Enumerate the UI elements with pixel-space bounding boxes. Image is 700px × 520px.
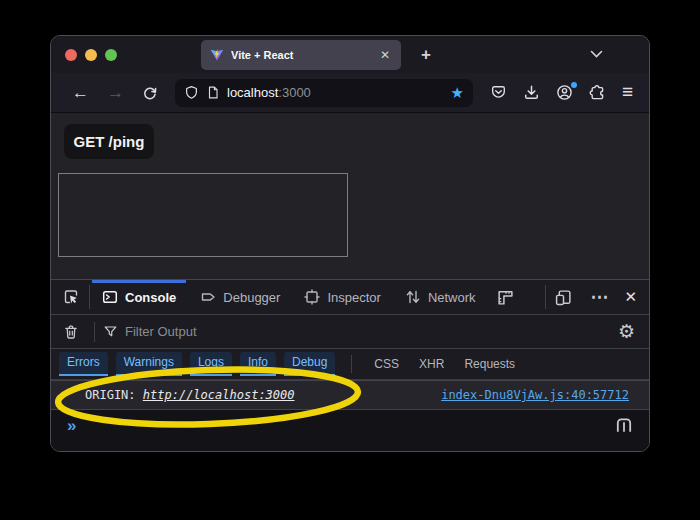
zoom-window-button[interactable] — [105, 49, 117, 61]
filter-warnings[interactable]: Warnings — [116, 352, 182, 375]
devtools-tab-label: Debugger — [223, 290, 280, 305]
account-notification-dot — [571, 82, 577, 88]
filter-css[interactable]: CSS — [368, 353, 405, 375]
devtools-tab-debugger[interactable]: Debugger — [188, 280, 292, 314]
devtools-tab-label: Console — [125, 290, 176, 305]
traffic-lights — [51, 49, 129, 61]
vite-favicon-icon — [210, 48, 224, 62]
pocket-button[interactable] — [486, 81, 511, 104]
browser-tab[interactable]: Vite + React ✕ — [201, 40, 401, 70]
inspector-tab-icon — [304, 289, 320, 305]
devtools-toolbar: Console Debugger Inspector — [51, 280, 649, 315]
filter-output-input[interactable] — [125, 324, 614, 339]
puzzle-icon — [589, 84, 606, 101]
devtools-tab-console[interactable]: Console — [90, 280, 188, 314]
clear-console-button[interactable] — [61, 324, 88, 340]
filter-divider — [94, 322, 95, 342]
console-message-text: ORIGIN: — [85, 388, 143, 402]
console-filter-bar: ⚙ — [51, 315, 649, 349]
responsive-mode-icon — [555, 289, 572, 306]
navigation-bar: ← → localhost:3000 ★ — [51, 73, 649, 113]
element-picker-button[interactable] — [51, 280, 89, 314]
devtools-tab-label: Inspector — [327, 290, 380, 305]
responsive-mode-button[interactable] — [546, 280, 581, 314]
console-prompt-icon: » — [67, 417, 76, 434]
output-box — [58, 173, 348, 257]
multiline-editor-button[interactable] — [615, 416, 633, 434]
reload-icon — [142, 85, 158, 101]
filter-info[interactable]: Info — [240, 352, 276, 375]
devtools-more-button[interactable]: ⋯ — [581, 280, 617, 314]
filter-errors[interactable]: Errors — [59, 352, 108, 375]
minimize-window-button[interactable] — [85, 49, 97, 61]
console-settings-button[interactable]: ⚙ — [614, 322, 639, 341]
new-tab-button[interactable]: + — [415, 43, 437, 67]
back-button[interactable]: ← — [63, 84, 98, 101]
console-filter-toggles: Errors Warnings Logs Info Debug CSS XHR … — [51, 349, 649, 380]
titlebar: Vite + React ✕ + — [51, 36, 649, 73]
browser-window: Vite + React ✕ + ← → — [50, 35, 650, 452]
filter-logs[interactable]: Logs — [190, 352, 232, 375]
tab-title: Vite + React — [231, 49, 371, 61]
chevron-down-icon — [590, 50, 603, 59]
extensions-button[interactable] — [585, 81, 610, 104]
shield-icon — [184, 85, 199, 100]
page-content: GET /ping — [51, 113, 649, 279]
filter-group-divider — [351, 355, 352, 373]
downloads-button[interactable] — [519, 81, 544, 104]
reload-button[interactable] — [133, 85, 167, 101]
url-host: localhost — [227, 85, 278, 100]
console-tab-icon — [102, 289, 118, 305]
url-text: localhost:3000 — [227, 85, 444, 100]
funnel-icon — [103, 324, 118, 339]
page-info-icon[interactable] — [206, 85, 220, 100]
console-message-row: ORIGIN: http://localhost:3000 index-Dnu8… — [51, 380, 649, 410]
devtools-panel: Console Debugger Inspector — [51, 279, 649, 451]
console-output: ORIGIN: http://localhost:3000 index-Dnu8… — [51, 380, 649, 451]
pocket-icon — [490, 84, 507, 101]
devtools-tab-label: Network — [428, 290, 476, 305]
element-picker-icon — [63, 289, 79, 305]
menu-button[interactable]: ≡ — [618, 82, 637, 103]
account-button[interactable] — [552, 81, 577, 104]
rulers-button[interactable] — [488, 280, 523, 314]
account-icon — [556, 84, 573, 101]
filter-xhr[interactable]: XHR — [413, 353, 450, 375]
tab-overflow-button[interactable] — [590, 36, 603, 73]
url-bar[interactable]: localhost:3000 ★ — [175, 79, 473, 107]
url-port: :3000 — [278, 85, 311, 100]
multiline-editor-icon — [615, 416, 633, 434]
download-icon — [523, 84, 540, 101]
filter-debug[interactable]: Debug — [284, 352, 335, 375]
network-tab-icon — [405, 289, 421, 305]
console-input-row[interactable]: » — [51, 410, 649, 440]
devtools-toolbar-right: ⋯ ✕ — [545, 280, 649, 314]
tab-close-icon[interactable]: ✕ — [378, 47, 392, 63]
filter-requests[interactable]: Requests — [458, 353, 521, 375]
close-window-button[interactable] — [65, 49, 77, 61]
devtools-close-button[interactable]: ✕ — [617, 280, 649, 314]
navbar-actions: ≡ — [486, 81, 637, 104]
screen: Vite + React ✕ + ← → — [0, 0, 700, 520]
debugger-tab-icon — [200, 289, 216, 305]
trash-icon — [63, 324, 79, 340]
devtools-tab-network[interactable]: Network — [393, 280, 488, 314]
forward-button: → — [98, 84, 133, 101]
console-message-url-link[interactable]: http://localhost:3000 — [143, 388, 295, 402]
console-source-link[interactable]: index-Dnu8VjAw.js:40:57712 — [441, 388, 629, 402]
get-ping-button[interactable]: GET /ping — [64, 124, 154, 159]
bookmark-star-icon[interactable]: ★ — [451, 85, 464, 100]
rulers-icon — [497, 289, 514, 306]
devtools-tab-inspector[interactable]: Inspector — [292, 280, 392, 314]
